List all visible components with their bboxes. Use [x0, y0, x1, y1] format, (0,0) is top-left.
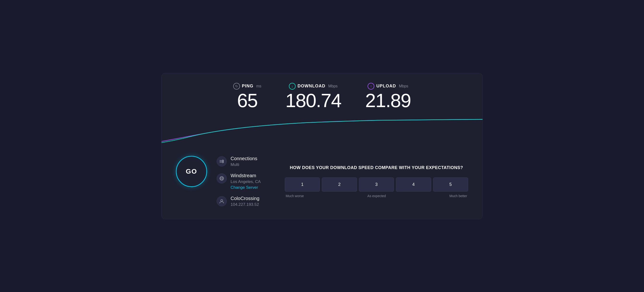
rating-buttons: 1 2 3 4 5 — [285, 177, 468, 192]
ping-label: PING — [242, 84, 254, 89]
rating-label-left: Much worse — [286, 194, 304, 198]
connections-icon — [217, 156, 227, 166]
download-header: ↓ DOWNLOAD Mbps — [285, 83, 341, 90]
upload-label: UPLOAD — [376, 84, 396, 89]
download-label: DOWNLOAD — [298, 84, 325, 89]
ping-stat: ↻ PING ms 65 — [233, 83, 261, 110]
svg-point-8 — [221, 200, 223, 201]
isp-location: Los Angeles, CA — [230, 179, 261, 184]
ping-header: ↻ PING ms — [233, 83, 261, 90]
host-ip: 104.227.193.52 — [230, 202, 260, 207]
stats-row: ↻ PING ms 65 ↓ DOWNLOAD Mbps 180.74 ↑ UP… — [162, 73, 482, 117]
host-text: ColoCrossing 104.227.193.52 — [230, 196, 260, 207]
rating-container: 1 2 3 4 5 Much worse As expected Much be… — [285, 177, 468, 198]
rating-btn-2[interactable]: 2 — [322, 177, 357, 192]
rating-btn-3[interactable]: 3 — [359, 177, 394, 192]
host-item: ColoCrossing 104.227.193.52 — [217, 196, 261, 207]
download-stat: ↓ DOWNLOAD Mbps 180.74 — [285, 83, 341, 110]
isp-item: Windstream Los Angeles, CA Change Server — [217, 173, 261, 190]
download-icon: ↓ — [289, 83, 296, 90]
rating-labels: Much worse As expected Much better — [285, 194, 468, 198]
host-title: ColoCrossing — [230, 196, 260, 201]
download-value: 180.74 — [285, 91, 341, 110]
ping-unit: ms — [256, 84, 261, 88]
speed-graph — [162, 117, 482, 146]
rating-btn-4[interactable]: 4 — [396, 177, 431, 192]
info-list: Connections Multi — [217, 156, 261, 207]
connections-title: Connections — [230, 156, 257, 161]
go-button-wrapper: GO — [176, 156, 207, 187]
main-content: GO — [162, 146, 482, 219]
rating-btn-5[interactable]: 5 — [433, 177, 468, 192]
upload-stat: ↑ UPLOAD Mbps 21.89 — [365, 83, 411, 110]
isp-icon — [217, 173, 227, 183]
connections-text: Connections Multi — [230, 156, 257, 167]
rating-label-center: As expected — [367, 194, 386, 198]
speedtest-app: ↻ PING ms 65 ↓ DOWNLOAD Mbps 180.74 ↑ UP… — [161, 73, 483, 219]
upload-unit: Mbps — [399, 84, 408, 88]
upload-icon: ↑ — [368, 83, 374, 90]
isp-title: Windstream — [230, 173, 261, 178]
left-section: GO — [176, 156, 261, 207]
upload-value: 21.89 — [365, 91, 411, 110]
change-server-link[interactable]: Change Server — [230, 185, 261, 190]
go-button[interactable]: GO — [176, 156, 207, 187]
right-section: HOW DOES YOUR DOWNLOAD SPEED COMPARE WIT… — [275, 156, 468, 207]
connections-value: Multi — [230, 162, 257, 167]
rating-label-right: Much better — [450, 194, 467, 198]
host-icon — [217, 196, 227, 206]
connections-item: Connections Multi — [217, 156, 261, 167]
ping-value: 65 — [233, 91, 261, 110]
isp-text: Windstream Los Angeles, CA Change Server — [230, 173, 261, 190]
upload-header: ↑ UPLOAD Mbps — [365, 83, 411, 90]
download-unit: Mbps — [328, 84, 338, 88]
survey-title: HOW DOES YOUR DOWNLOAD SPEED COMPARE WIT… — [285, 165, 468, 171]
rating-btn-1[interactable]: 1 — [285, 177, 320, 192]
ping-icon: ↻ — [233, 83, 240, 90]
go-button-label: GO — [186, 168, 197, 175]
